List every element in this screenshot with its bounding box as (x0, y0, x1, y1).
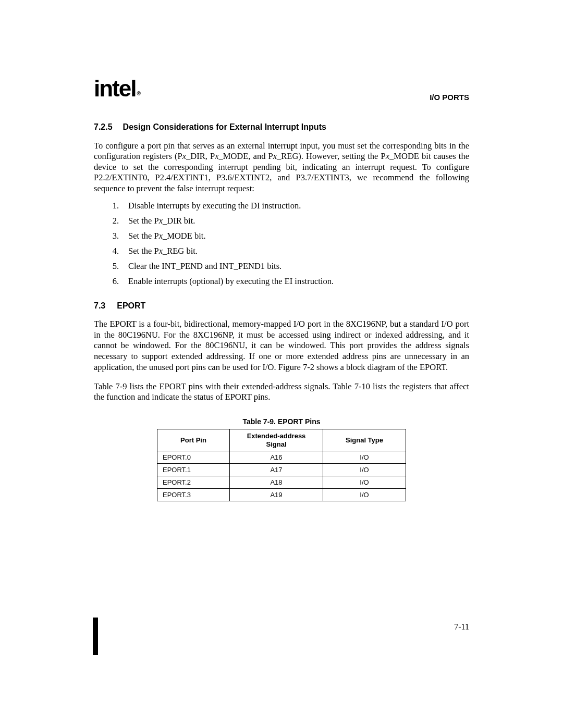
table-cell: EPORT.2 (157, 476, 230, 489)
side-marker-bar (93, 618, 98, 655)
table-header-row: Port Pin Extended-addressSignal Signal T… (157, 429, 406, 451)
list-text: Set the Px_DIR bit. (128, 216, 195, 226)
table-cell: I/O (323, 476, 406, 489)
table-cell: A16 (230, 451, 323, 464)
table-header: Signal Type (323, 429, 406, 451)
list-text: Set the Px_REG bit. (128, 246, 198, 256)
section2-paragraph1: The EPORT is a four-bit, bidirectional, … (94, 319, 469, 373)
table-header: Extended-addressSignal (230, 429, 323, 451)
ordered-list: 1.Disable interrupts by executing the DI… (109, 201, 469, 287)
table-row: EPORT.1A17I/O (157, 464, 406, 476)
list-text: Set the Px_MODE bit. (128, 231, 206, 241)
table-cell: A17 (230, 464, 323, 476)
list-text: Enable interrupts (optional) by executin… (128, 276, 334, 287)
header-title: I/O PORTS (430, 93, 469, 102)
page-content: intel® I/O PORTS 7.2.5 Design Considerat… (0, 0, 563, 553)
table-caption: Table 7-9. EPORT Pins (94, 417, 469, 426)
section2-paragraph2: Table 7-9 lists the EPORT pins with thei… (94, 381, 469, 403)
list-number: 3. (109, 231, 119, 241)
section1-paragraph: To configure a port pin that serves as a… (94, 141, 469, 194)
page-header: intel® I/O PORTS (94, 76, 469, 102)
list-number: 6. (109, 276, 119, 287)
list-item: 6.Enable interrupts (optional) by execut… (109, 276, 469, 287)
table-row: EPORT.2A18I/O (157, 476, 406, 489)
th-line2: Signal (266, 440, 286, 448)
table-header: Port Pin (157, 429, 230, 451)
list-item: 1.Disable interrupts by executing the DI… (109, 201, 469, 211)
table-body: EPORT.0A16I/OEPORT.1A17I/OEPORT.2A18I/OE… (157, 451, 406, 501)
logo-text: intel (94, 76, 136, 101)
table-cell: I/O (323, 451, 406, 464)
table-row: EPORT.3A19I/O (157, 489, 406, 501)
page-number: 7-11 (454, 622, 469, 632)
list-number: 2. (109, 216, 119, 226)
list-text: Clear the INT_PEND and INT_PEND1 bits. (128, 261, 282, 272)
th-line1: Extended-address (247, 432, 306, 440)
list-number: 4. (109, 246, 119, 256)
eport-pins-table: Port Pin Extended-addressSignal Signal T… (157, 429, 406, 501)
table-cell: EPORT.1 (157, 464, 230, 476)
section-heading-7-2-5: 7.2.5 Design Considerations for External… (94, 122, 469, 132)
table-cell: A19 (230, 489, 323, 501)
list-text: Disable interrupts by executing the DI i… (128, 201, 301, 211)
list-item: 2.Set the Px_DIR bit. (109, 216, 469, 226)
trademark-symbol: ® (137, 91, 139, 96)
table-row: EPORT.0A16I/O (157, 451, 406, 464)
table-wrap: Port Pin Extended-addressSignal Signal T… (94, 429, 469, 501)
list-number: 1. (109, 201, 119, 211)
list-item: 5.Clear the INT_PEND and INT_PEND1 bits. (109, 261, 469, 272)
section-heading-7-3: 7.3 EPORT (94, 301, 469, 311)
table-cell: I/O (323, 489, 406, 501)
table-cell: I/O (323, 464, 406, 476)
list-item: 3.Set the Px_MODE bit. (109, 231, 469, 241)
table-cell: EPORT.3 (157, 489, 230, 501)
section-title: EPORT (117, 301, 145, 311)
section-number: 7.3 (94, 301, 105, 311)
table-cell: A18 (230, 476, 323, 489)
intel-logo: intel® (94, 76, 139, 102)
section-title: Design Considerations for External Inter… (123, 122, 326, 132)
list-number: 5. (109, 261, 119, 272)
table-cell: EPORT.0 (157, 451, 230, 464)
list-item: 4.Set the Px_REG bit. (109, 246, 469, 256)
section-number: 7.2.5 (94, 122, 113, 132)
